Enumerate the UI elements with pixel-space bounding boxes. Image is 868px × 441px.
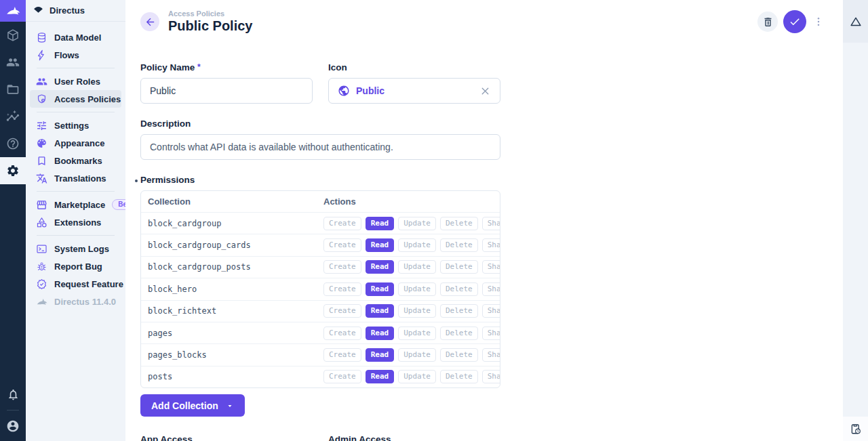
action-chip-create[interactable]: Create [323,327,361,340]
policy-name-input[interactable] [150,85,303,96]
sidebar-item-flows[interactable]: Flows [30,46,121,64]
action-chip-delete[interactable]: Delete [440,217,478,230]
action-chip-read[interactable]: Read [366,348,395,362]
divider [37,191,115,192]
action-chip-read[interactable]: Read [366,260,395,274]
action-chip-read[interactable]: Read [366,238,395,252]
shield-icon [36,93,47,105]
action-chip-share[interactable]: Share [482,304,500,318]
help-icon [6,137,20,150]
action-chip-share[interactable]: Share [482,217,500,230]
sidebar-item-extensions[interactable]: Extensions [30,213,121,231]
revisions-button[interactable] [843,417,868,441]
sidebar-item-appearance[interactable]: Appearance [30,134,121,152]
project-header[interactable]: Directus [26,0,125,22]
action-chip-read[interactable]: Read [366,282,395,296]
triangle-icon [850,16,862,28]
action-chip-read[interactable]: Read [366,370,395,383]
action-chip-create[interactable]: Create [323,217,361,230]
description-input[interactable] [150,142,491,152]
add-collection-button[interactable]: Add Collection [140,394,245,417]
sidebar-section-button[interactable] [843,0,868,43]
delete-button[interactable] [757,12,778,32]
table-row: pages_blocks CreateReadUpdateDeleteShare [141,343,500,365]
collection-name: pages_blocks [148,350,323,360]
action-chip-update[interactable]: Update [398,327,436,340]
action-chip-read[interactable]: Read [366,217,395,230]
action-chip-create[interactable]: Create [323,260,361,274]
sidebar-item-access-policies[interactable]: Access Policies [30,90,121,108]
action-chip-share[interactable]: Share [482,282,500,296]
action-chip-delete[interactable]: Delete [440,282,478,296]
save-button[interactable] [783,10,806,33]
insights-icon [6,110,20,123]
sidebar-item-bookmarks[interactable]: Bookmarks [30,152,121,169]
account-circle-icon [6,419,20,433]
action-chip-create[interactable]: Create [323,238,361,252]
action-chip-share[interactable]: Share [482,348,500,362]
icon-field: Icon Public [328,62,500,104]
translate-icon [36,173,47,184]
icon-input[interactable]: Public [328,78,500,104]
sidebar-item-label: Translations [54,173,106,184]
sidebar-item-settings[interactable]: Settings [30,117,121,134]
action-chip-share[interactable]: Share [482,238,500,252]
more-options-button[interactable] [812,15,825,28]
description-field: Description [140,119,500,160]
back-button[interactable] [140,12,159,31]
trash-icon [762,16,774,28]
collection-name: block_hero [148,285,323,294]
sidebar-item-system-logs[interactable]: System Logs [30,240,121,257]
files-module[interactable] [0,76,26,103]
action-chip-update[interactable]: Update [398,238,436,252]
action-chip-update[interactable]: Update [398,304,436,318]
sidebar-item-translations[interactable]: Translations [30,169,121,187]
action-chip-update[interactable]: Update [398,260,436,274]
breadcrumb[interactable]: Access Policies [168,9,252,18]
sidebar-item-report-bug[interactable]: Report Bug [30,257,121,275]
sidebar-item-marketplace[interactable]: MarketplaceBeta [30,196,121,213]
content-module[interactable] [0,22,26,49]
collection-name: posts [148,372,323,381]
action-chip-create[interactable]: Create [323,304,361,318]
collection-name: block_richtext [148,306,323,316]
account-button[interactable] [0,414,26,438]
action-chip-delete[interactable]: Delete [440,238,478,252]
action-chip-update[interactable]: Update [398,370,436,383]
sidebar-item-request-feature[interactable]: Request Feature [30,275,121,293]
collection-name: block_cardgroup [148,219,323,228]
action-chip-delete[interactable]: Delete [440,348,478,362]
notifications-button[interactable] [0,382,26,406]
action-chip-share[interactable]: Share [482,327,500,340]
clipboard-clock-icon [850,423,862,435]
action-chip-update[interactable]: Update [398,217,436,230]
action-chip-delete[interactable]: Delete [440,260,478,274]
folder-icon [6,83,20,96]
action-chip-read[interactable]: Read [366,327,395,340]
caret-down-icon [226,402,234,410]
description-label: Description [140,119,500,129]
project-logo-icon [33,5,43,16]
action-chip-create[interactable]: Create [323,282,361,296]
sidebar-item-data-model[interactable]: Data Model [30,28,121,46]
action-chip-delete[interactable]: Delete [440,327,478,340]
action-chip-update[interactable]: Update [398,348,436,362]
tune-icon [36,120,47,131]
action-chip-delete[interactable]: Delete [440,304,478,318]
action-chip-share[interactable]: Share [482,370,500,383]
action-chip-delete[interactable]: Delete [440,370,478,383]
action-chip-read[interactable]: Read [366,304,395,318]
action-chip-update[interactable]: Update [398,282,436,296]
sidebar-item-label: Appearance [54,138,104,148]
action-chip-create[interactable]: Create [323,348,361,362]
sidebar-item-label: User Roles [54,77,100,87]
clear-icon-button[interactable] [479,85,491,97]
sidebar-item-user-roles[interactable]: User Roles [30,72,121,90]
insights-module[interactable] [0,103,26,130]
action-chip-share[interactable]: Share [482,260,500,274]
users-module[interactable] [0,49,26,76]
action-chip-create[interactable]: Create [323,370,361,383]
settings-module[interactable] [0,157,26,184]
help-module[interactable] [0,130,26,157]
directus-logo-button[interactable] [0,0,26,22]
